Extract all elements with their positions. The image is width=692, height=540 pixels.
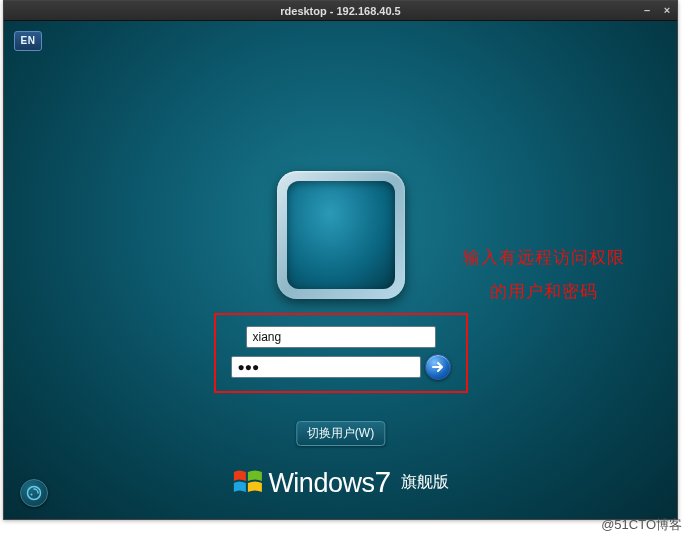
svg-point-1	[31, 494, 33, 496]
windows-logo-icon	[232, 468, 262, 496]
password-input[interactable]	[231, 356, 421, 378]
rdesktop-window: rdesktop - 192.168.40.5 – × EN 输入	[3, 0, 678, 520]
brand-product-name: Windows	[268, 468, 374, 498]
window-titlebar: rdesktop - 192.168.40.5 – ×	[4, 1, 677, 21]
os-branding: Windows7 旗舰版	[232, 465, 448, 499]
user-avatar	[287, 181, 395, 289]
brand-version: 7	[374, 465, 390, 498]
brand-product: Windows7	[268, 465, 390, 499]
password-row	[231, 354, 451, 380]
watermark: @51CTO博客	[601, 516, 682, 534]
username-input[interactable]	[246, 326, 436, 348]
annotation-label: 输入有远程访问权限的用户和密码	[463, 241, 625, 309]
ime-language-badge[interactable]: EN	[14, 31, 42, 51]
close-button[interactable]: ×	[659, 2, 675, 18]
remote-desktop-area: EN 输入有远程访问权限的用户和密码 切换用户(W)	[4, 21, 677, 519]
submit-login-button[interactable]	[425, 354, 451, 380]
ease-of-access-button[interactable]	[20, 479, 48, 507]
brand-edition: 旗舰版	[401, 472, 449, 493]
window-controls: – ×	[639, 2, 675, 18]
window-title: rdesktop - 192.168.40.5	[4, 5, 677, 17]
ease-of-access-icon	[26, 485, 42, 501]
username-row	[246, 326, 436, 348]
switch-user-button[interactable]: 切换用户(W)	[296, 421, 385, 446]
login-form-highlight	[214, 313, 468, 393]
minimize-button[interactable]: –	[639, 2, 655, 18]
user-avatar-frame	[277, 171, 405, 299]
arrow-right-icon	[431, 360, 445, 374]
